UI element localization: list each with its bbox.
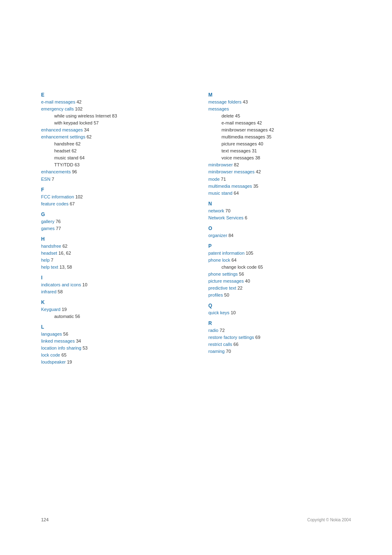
entry-link[interactable]: emergency calls (41, 106, 74, 111)
section-letter-o: O (208, 226, 351, 231)
entry-sub: TTY/TDD 63 (41, 161, 184, 168)
entry-page: 42 (75, 99, 81, 104)
entry-link[interactable]: messages (208, 106, 229, 111)
entry-page: 56 (238, 272, 244, 276)
entry-link[interactable]: linked messages (41, 339, 75, 343)
entry-link[interactable]: multimedia messages (208, 184, 252, 189)
entry-link[interactable]: enhancement settings (41, 134, 85, 139)
entry-link[interactable]: enhanced messages (41, 127, 83, 132)
section-letter-p: P (208, 243, 351, 249)
entry-link[interactable]: restrict calls (208, 342, 232, 347)
entry-link[interactable]: message folders (208, 99, 242, 104)
index-entry: roaming 70 (208, 348, 351, 355)
entry-link[interactable]: restore factory settings (208, 335, 254, 340)
index-entry: Network Services 6 (208, 214, 351, 221)
entry-link[interactable]: enhancements (41, 169, 71, 174)
page-footer: 124 Copyright © Nokia 2004 (41, 517, 351, 522)
entry-link[interactable]: ESN (41, 177, 51, 182)
entry-link[interactable]: Keyguard (41, 307, 60, 312)
entry-link[interactable]: infrared (41, 289, 56, 294)
entry-page: 72 (218, 328, 224, 333)
entry-page: 13, 58 (58, 265, 72, 269)
index-entry: location info sharing 53 (41, 345, 184, 352)
entry-sub: text messages 31 (208, 147, 351, 154)
entry-link[interactable]: languages (41, 332, 62, 336)
entry-link[interactable]: FCC information (41, 194, 74, 199)
entry-page: 53 (81, 345, 88, 350)
entry-sub: voice messages 38 (208, 154, 351, 161)
entry-page: 7 (50, 258, 53, 263)
index-entry: patent information 105 (208, 250, 351, 257)
entry-link[interactable]: feature codes (41, 201, 69, 206)
section-k: KKeyguard 19automatic 56 (41, 298, 184, 320)
section-letter-f: F (41, 187, 184, 193)
entry-link[interactable]: picture messages (208, 279, 244, 283)
entry-sub: multimedia messages 35 (208, 134, 351, 140)
entry-link[interactable]: gallery (41, 219, 54, 224)
index-entry: games 77 (41, 225, 184, 232)
entry-page: 65 (60, 352, 66, 357)
section-m: Mmessage folders 43messagesdelete 45e-ma… (208, 90, 351, 197)
entry-link[interactable]: minibrowser (208, 162, 233, 167)
entry-link[interactable]: music stand (208, 191, 233, 196)
entry-link[interactable]: help (41, 258, 50, 263)
entry-link[interactable]: quick keys (208, 310, 229, 315)
entry-link[interactable]: indicators and icons (41, 282, 81, 287)
entry-sub: headset 62 (41, 147, 184, 154)
entry-link[interactable]: location info sharing (41, 345, 81, 350)
entry-page: 7 (51, 177, 54, 182)
entry-page: 62 (61, 244, 67, 249)
entry-page: 34 (83, 127, 89, 132)
section-o: Oorganizer 84 (208, 224, 351, 239)
entry-sub: e-mail messages 42 (208, 120, 351, 127)
entry-sub: handsfree 62 (41, 140, 184, 147)
section-letter-r: R (208, 320, 351, 326)
entry-page: 62 (85, 134, 92, 139)
entry-page: 43 (242, 99, 248, 104)
entry-sub: delete 45 (208, 113, 351, 120)
entry-sub: while using wireless Internet 83 (41, 113, 184, 120)
entry-link[interactable]: network (208, 208, 224, 213)
entry-page: 64 (230, 258, 236, 263)
index-entry: feature codes 67 (41, 200, 184, 207)
entry-link[interactable]: phone settings (208, 272, 238, 276)
section-r: Rradio 72restore factory settings 69rest… (208, 319, 351, 355)
section-letter-n: N (208, 201, 351, 207)
entry-link[interactable]: patent information (208, 251, 244, 256)
entry-link[interactable]: mode (208, 177, 220, 182)
entry-sub: with keypad locked 57 (41, 120, 184, 127)
index-entry: profiles 50 (208, 292, 351, 299)
index-entry: enhancement settings 62 (41, 134, 184, 140)
entry-link[interactable]: loudspeaker (41, 359, 66, 364)
section-f: FFCC information 102feature codes 67 (41, 185, 184, 207)
entry-page: 58 (56, 289, 62, 294)
index-entry: quick keys 10 (208, 309, 351, 316)
index-entry: emergency calls 102 (41, 106, 184, 113)
index-entry: infrared 58 (41, 288, 184, 295)
section-letter-m: M (208, 92, 351, 98)
section-e: Ee-mail messages 42emergency calls 102wh… (41, 90, 184, 183)
entry-link[interactable]: predictive text (208, 286, 236, 290)
entry-link[interactable]: roaming (208, 349, 225, 354)
entry-link[interactable]: games (41, 226, 55, 231)
entry-link[interactable]: minibrowser messages (208, 169, 254, 174)
copyright-text: Copyright © Nokia 2004 (307, 518, 351, 522)
entry-page: 70 (224, 208, 231, 213)
entry-link[interactable]: e-mail messages (41, 99, 75, 104)
entry-page: 77 (55, 226, 61, 231)
entry-sub: picture messages 40 (208, 140, 351, 147)
index-columns: Ee-mail messages 42emergency calls 102wh… (41, 90, 351, 368)
page-number: 124 (41, 517, 48, 522)
entry-link[interactable]: profiles (208, 292, 223, 297)
entry-link[interactable]: headset (41, 251, 57, 256)
section-letter-g: G (41, 212, 184, 217)
entry-link[interactable]: phone lock (208, 258, 230, 263)
entry-page: 10 (229, 310, 235, 315)
entry-link[interactable]: handsfree (41, 244, 61, 249)
entry-link[interactable]: organizer (208, 233, 227, 238)
entry-link[interactable]: lock code (41, 352, 60, 357)
index-entry: linked messages 34 (41, 338, 184, 345)
entry-link[interactable]: help text (41, 265, 58, 269)
entry-link[interactable]: Network Services (208, 215, 244, 220)
entry-link[interactable]: radio (208, 328, 218, 333)
